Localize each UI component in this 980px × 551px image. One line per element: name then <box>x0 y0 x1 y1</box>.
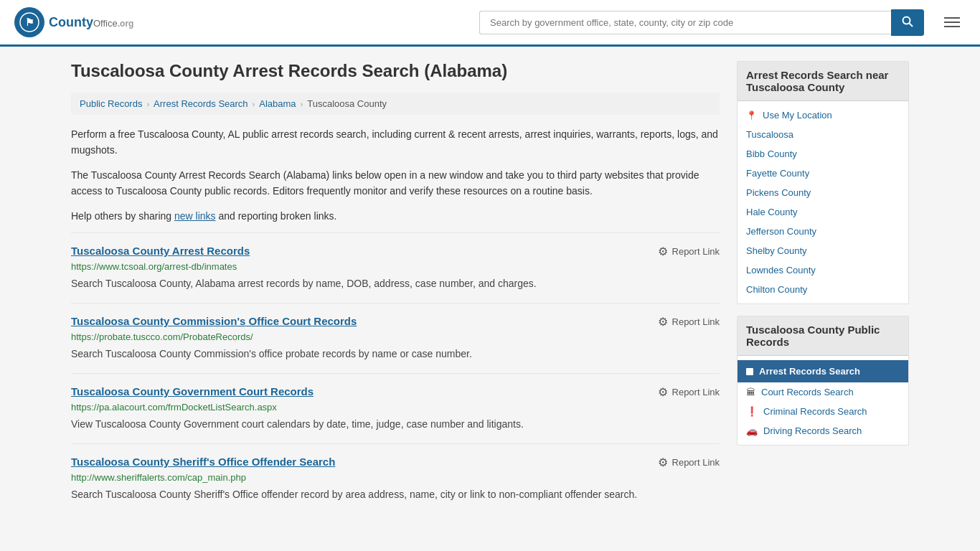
report-icon: ⚙ <box>658 385 668 399</box>
breadcrumb: Public Records › Arrest Records Search ›… <box>71 93 720 115</box>
result-header: Tuscaloosa County Government Court Recor… <box>71 385 720 399</box>
sidebar-public-records-link[interactable]: Criminal Records Search <box>763 406 867 417</box>
sidebar-active-dot-icon <box>746 368 753 375</box>
sidebar-nearby-link[interactable]: Hale County <box>746 207 798 217</box>
hamburger-line <box>944 22 960 23</box>
result-title[interactable]: Tuscaloosa County Government Court Recor… <box>71 385 314 397</box>
sidebar-public-records-link-item[interactable]: 🏛 Court Records Search <box>738 382 908 402</box>
report-link-button[interactable]: ⚙ Report Link <box>658 456 720 469</box>
result-item: Tuscaloosa County Sheriff's Office Offen… <box>71 443 720 514</box>
result-title[interactable]: Tuscaloosa County Arrest Records <box>71 245 250 257</box>
page-title: Tuscaloosa County Arrest Records Search … <box>71 61 720 81</box>
sidebar-nearby-title: Arrest Records Search near Tuscaloosa Co… <box>738 62 908 101</box>
hamburger-line <box>944 26 960 27</box>
logo-icon: ⚑ <box>14 7 44 37</box>
report-link-button[interactable]: ⚙ Report Link <box>658 315 720 329</box>
breadcrumb-sep: › <box>301 100 303 108</box>
search-input[interactable] <box>479 11 891 34</box>
sidebar-public-records-link-item[interactable]: ❗ Criminal Records Search <box>738 402 908 421</box>
sidebar-nearby-link-item[interactable]: Chilton County <box>738 280 908 299</box>
sidebar-nearby-link-item[interactable]: Tuscaloosa <box>738 125 908 144</box>
sidebar-public-records-links: Arrest Records Search 🏛 Court Records Se… <box>738 356 908 445</box>
description-para1: Perform a free Tuscaloosa County, AL pub… <box>71 126 720 159</box>
logo-text: CountyOffice.org <box>49 15 133 30</box>
description-para2: The Tuscaloosa County Arrest Records Sea… <box>71 167 720 199</box>
svg-text:⚑: ⚑ <box>25 17 34 28</box>
content-area: Tuscaloosa County Arrest Records Search … <box>71 61 720 514</box>
result-description: View Tuscaloosa County Government court … <box>71 417 720 432</box>
sidebar-nearby-link-item[interactable]: Fayette County <box>738 164 908 183</box>
sidebar-nearby-link[interactable]: Chilton County <box>746 284 807 295</box>
result-header: Tuscaloosa County Commission's Office Co… <box>71 315 720 329</box>
report-icon: ⚙ <box>658 456 668 469</box>
result-description: Search Tuscaloosa County Commission's of… <box>71 347 720 362</box>
sidebar-nearby-link-item[interactable]: Shelby County <box>738 241 908 260</box>
sidebar-nearby-link-item[interactable]: Jefferson County <box>738 222 908 241</box>
result-header: Tuscaloosa County Arrest Records ⚙ Repor… <box>71 245 720 258</box>
search-bar <box>479 9 924 36</box>
result-url: https://www.tcsoal.org/arrest-db/inmates <box>71 261 720 272</box>
sidebar: Arrest Records Search near Tuscaloosa Co… <box>737 61 909 514</box>
result-item: Tuscaloosa County Government Court Recor… <box>71 373 720 443</box>
results-list: Tuscaloosa County Arrest Records ⚙ Repor… <box>71 232 720 514</box>
sidebar-public-records-title: Tuscaloosa County Public Records <box>738 316 908 356</box>
sidebar-nearby-link[interactable]: Fayette County <box>746 168 809 179</box>
result-url: https://probate.tuscco.com/ProbateRecord… <box>71 331 720 342</box>
site-logo[interactable]: ⚑ CountyOffice.org <box>14 7 133 37</box>
result-description: Search Tuscaloosa County Sheriff's Offic… <box>71 487 720 502</box>
sidebar-public-records-link-item[interactable]: 🚗 Driving Records Search <box>738 421 908 441</box>
hamburger-line <box>944 17 960 19</box>
report-link-button[interactable]: ⚙ Report Link <box>658 385 720 399</box>
location-icon: 📍 <box>746 110 757 121</box>
result-description: Search Tuscaloosa County, Alabama arrest… <box>71 276 720 291</box>
sidebar-item-icon: 🚗 <box>746 425 758 436</box>
sidebar-public-records-link[interactable]: Court Records Search <box>761 387 854 397</box>
breadcrumb-link-arrest-records[interactable]: Arrest Records Search <box>154 98 248 109</box>
result-item: Tuscaloosa County Commission's Office Co… <box>71 303 720 373</box>
sidebar-item-icon: ❗ <box>746 406 758 417</box>
sidebar-nearby-link[interactable]: Pickens County <box>746 187 811 198</box>
breadcrumb-link-alabama[interactable]: Alabama <box>259 98 296 109</box>
sidebar-nearby-link[interactable]: Jefferson County <box>746 226 816 237</box>
result-title[interactable]: Tuscaloosa County Commission's Office Co… <box>71 315 357 327</box>
sidebar-nearby-link-item[interactable]: Hale County <box>738 202 908 222</box>
sidebar-nearby-link[interactable]: Lowndes County <box>746 265 816 276</box>
search-button[interactable] <box>891 9 924 36</box>
report-link-button[interactable]: ⚙ Report Link <box>658 245 720 258</box>
sidebar-nearby-link-item[interactable]: Bibb County <box>738 144 908 164</box>
sidebar-nearby-links-list: TuscaloosaBibb CountyFayette CountyPicke… <box>738 125 908 299</box>
breadcrumb-current: Tuscaloosa County <box>307 98 387 109</box>
site-header: ⚑ CountyOffice.org <box>0 0 980 47</box>
sidebar-nearby-link[interactable]: Shelby County <box>746 245 807 256</box>
sidebar-nearby-links: 📍 Use My Location TuscaloosaBibb CountyF… <box>738 101 908 303</box>
report-icon: ⚙ <box>658 315 668 329</box>
svg-line-3 <box>910 23 913 27</box>
sidebar-nearby-section: Arrest Records Search near Tuscaloosa Co… <box>737 61 909 304</box>
result-header: Tuscaloosa County Sheriff's Office Offen… <box>71 456 720 469</box>
sidebar-active-label: Arrest Records Search <box>759 366 860 377</box>
svg-point-2 <box>903 17 910 24</box>
sidebar-nearby-link[interactable]: Bibb County <box>746 149 797 159</box>
menu-button[interactable] <box>938 11 966 33</box>
sidebar-public-records-section: Tuscaloosa County Public Records Arrest … <box>737 316 909 446</box>
report-link-label: Report Link <box>672 457 720 468</box>
report-link-label: Report Link <box>672 316 720 327</box>
sidebar-public-records-link[interactable]: Driving Records Search <box>763 425 862 436</box>
sidebar-active-item[interactable]: Arrest Records Search <box>738 360 908 382</box>
new-links-link[interactable]: new links <box>174 210 216 222</box>
report-link-label: Report Link <box>672 246 720 257</box>
sidebar-use-my-location[interactable]: 📍 Use My Location <box>738 105 908 125</box>
breadcrumb-link-public-records[interactable]: Public Records <box>80 98 142 109</box>
main-container: Tuscaloosa County Arrest Records Search … <box>60 47 920 528</box>
sidebar-nearby-link-item[interactable]: Pickens County <box>738 183 908 202</box>
report-icon: ⚙ <box>658 245 668 258</box>
sidebar-nearby-link-item[interactable]: Lowndes County <box>738 260 908 280</box>
sidebar-nearby-link[interactable]: Tuscaloosa <box>746 129 793 140</box>
result-title[interactable]: Tuscaloosa County Sheriff's Office Offen… <box>71 456 335 468</box>
description-para3: Help others by sharing new links and rep… <box>71 208 720 224</box>
result-url: https://pa.alacourt.com/frmDocketListSea… <box>71 402 720 413</box>
result-url: http://www.sheriffalerts.com/cap_main.ph… <box>71 472 720 483</box>
breadcrumb-sep: › <box>253 100 255 108</box>
breadcrumb-sep: › <box>146 100 149 108</box>
sidebar-item-icon: 🏛 <box>746 387 755 397</box>
